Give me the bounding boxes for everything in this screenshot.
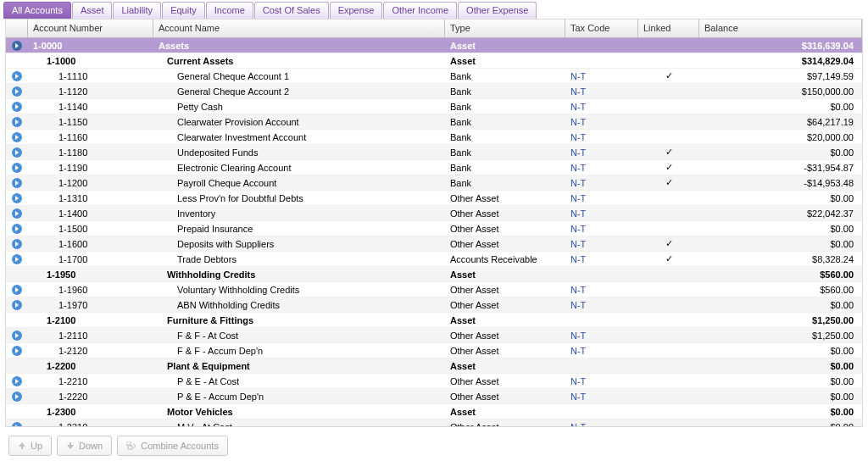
col-account-number[interactable]: Account Number bbox=[28, 19, 153, 37]
cell-number: 1-1180 bbox=[28, 146, 153, 159]
row-arrow-icon[interactable] bbox=[6, 253, 28, 265]
tab-other-expense[interactable]: Other Expense bbox=[458, 2, 537, 19]
table-row[interactable]: 1-1000Current AssetsAsset$314,829.04 bbox=[6, 53, 862, 69]
cell-type: Asset bbox=[445, 39, 565, 53]
cell-number: 1-2220 bbox=[28, 390, 153, 403]
col-balance[interactable]: Balance bbox=[699, 19, 862, 37]
table-row[interactable]: 1-2310M V - At CostOther AssetN-T$0.00 bbox=[6, 419, 862, 426]
row-arrow-icon[interactable] bbox=[6, 391, 28, 403]
cell-tax bbox=[565, 410, 638, 414]
tab-asset[interactable]: Asset bbox=[72, 2, 113, 19]
col-arrow[interactable] bbox=[6, 19, 28, 37]
table-row[interactable]: 1-1200Payroll Cheque AccountBankN-T✓-$14… bbox=[6, 175, 862, 191]
table-row[interactable]: 1-1190Electronic Clearing AccountBankN-T… bbox=[6, 160, 862, 175]
table-row[interactable]: 1-1600Deposits with SuppliersOther Asset… bbox=[6, 236, 862, 252]
up-button[interactable]: Up bbox=[8, 436, 52, 456]
down-label: Down bbox=[79, 441, 103, 451]
tab-expense[interactable]: Expense bbox=[330, 2, 383, 19]
cell-linked: ✓ bbox=[638, 236, 699, 251]
table-row[interactable]: 1-2100Furniture & FittingsAsset$1,250.00 bbox=[6, 313, 862, 328]
row-arrow-icon[interactable] bbox=[6, 162, 28, 174]
cell-number: 1-1500 bbox=[28, 222, 153, 236]
cell-name: F & F - At Cost bbox=[153, 329, 445, 342]
cell-linked bbox=[638, 120, 699, 124]
row-arrow-icon[interactable] bbox=[6, 131, 28, 143]
svg-rect-23 bbox=[128, 446, 132, 449]
table-row[interactable]: 1-2210P & E - At CostOther AssetN-T$0.00 bbox=[6, 374, 862, 389]
table-row[interactable]: 1-1500Prepaid InsuranceOther AssetN-T$0.… bbox=[6, 221, 862, 236]
table-row[interactable]: 1-0000AssetsAsset$316,639.04 bbox=[6, 38, 862, 53]
cell-number: 1-1600 bbox=[28, 237, 153, 251]
table-row[interactable]: 1-1950Withholding CreditsAsset$560.00 bbox=[6, 267, 862, 282]
cell-linked bbox=[638, 227, 699, 230]
table-row[interactable]: 1-1310Less Prov'n for Doubtful DebtsOthe… bbox=[6, 191, 862, 206]
row-arrow-icon[interactable] bbox=[6, 192, 28, 204]
table-row[interactable]: 1-1120General Cheque Account 2BankN-T$15… bbox=[6, 84, 862, 99]
table-row[interactable]: 1-1160Clearwater Investment AccountBankN… bbox=[6, 130, 862, 145]
table-row[interactable]: 1-1180Undeposited FundsBankN-T✓$0.00 bbox=[6, 145, 862, 160]
tab-other-income[interactable]: Other Income bbox=[383, 2, 457, 19]
table-row[interactable]: 1-1110General Cheque Account 1BankN-T✓$9… bbox=[6, 69, 862, 84]
row-arrow-icon[interactable] bbox=[6, 421, 28, 427]
row-arrow-icon[interactable] bbox=[6, 375, 28, 387]
table-row[interactable]: 1-2110F & F - At CostOther AssetN-T$1,25… bbox=[6, 328, 862, 343]
cell-name: F & F - Accum Dep'n bbox=[153, 344, 445, 358]
cell-balance: $560.00 bbox=[699, 283, 862, 297]
col-account-name[interactable]: Account Name bbox=[153, 19, 445, 37]
row-arrow-icon[interactable] bbox=[6, 40, 28, 52]
table-row[interactable]: 1-1700Trade DebtorsAccounts ReceivableN-… bbox=[6, 252, 862, 267]
tab-equity[interactable]: Equity bbox=[162, 2, 205, 19]
table-row[interactable]: 1-1140Petty CashBankN-T$0.00 bbox=[6, 99, 862, 114]
row-arrow-icon[interactable] bbox=[6, 238, 28, 250]
cell-type: Bank bbox=[445, 85, 565, 98]
down-button[interactable]: Down bbox=[57, 436, 112, 456]
grid-body[interactable]: 1-0000AssetsAsset$316,639.041-1000Curren… bbox=[6, 38, 862, 426]
row-arrow-icon[interactable] bbox=[6, 284, 28, 296]
col-tax-code[interactable]: Tax Code bbox=[565, 19, 638, 37]
table-row[interactable]: 1-1400InventoryOther AssetN-T$22,042.37 bbox=[6, 206, 862, 221]
table-row[interactable]: 1-2220P & E - Accum Dep'nOther AssetN-T$… bbox=[6, 389, 862, 404]
cell-number: 1-2200 bbox=[28, 359, 153, 373]
col-linked[interactable]: Linked bbox=[638, 19, 699, 37]
cell-balance: $0.00 bbox=[699, 100, 862, 114]
tab-liability[interactable]: Liability bbox=[113, 2, 161, 19]
cell-number: 1-1970 bbox=[28, 298, 153, 312]
table-row[interactable]: 1-1150Clearwater Provision AccountBankN-… bbox=[6, 114, 862, 130]
row-arrow-icon[interactable] bbox=[6, 345, 28, 357]
row-arrow-icon[interactable] bbox=[6, 299, 28, 311]
row-arrow-icon[interactable] bbox=[6, 70, 28, 82]
row-arrow-icon[interactable] bbox=[6, 147, 28, 158]
cell-number: 1-1190 bbox=[28, 161, 153, 175]
table-row[interactable]: 1-2300Motor VehiclesAsset$0.00 bbox=[6, 404, 862, 419]
cell-type: Bank bbox=[445, 100, 565, 114]
cell-type: Other Asset bbox=[445, 192, 565, 205]
cell-balance: $0.00 bbox=[699, 192, 862, 205]
tab-cost-of-sales[interactable]: Cost Of Sales bbox=[254, 2, 329, 19]
combine-button[interactable]: Combine Accounts bbox=[117, 436, 228, 456]
cell-name: Motor Vehicles bbox=[153, 405, 445, 419]
row-arrow-icon[interactable] bbox=[6, 101, 28, 113]
cell-number: 1-2120 bbox=[28, 344, 153, 358]
row-arrow-icon[interactable] bbox=[6, 86, 28, 97]
table-row[interactable]: 1-1960Voluntary Withholding CreditsOther… bbox=[6, 282, 862, 297]
col-type[interactable]: Type bbox=[445, 19, 565, 37]
cell-type: Other Asset bbox=[445, 329, 565, 342]
row-arrow-icon[interactable] bbox=[6, 223, 28, 235]
row-arrow-icon[interactable] bbox=[6, 330, 28, 342]
table-row[interactable]: 1-1970ABN Withholding CreditsOther Asset… bbox=[6, 297, 862, 313]
cell-linked bbox=[638, 212, 699, 215]
tab-all-accounts[interactable]: All Accounts bbox=[3, 2, 71, 19]
cell-tax: N-T bbox=[565, 253, 638, 266]
svg-rect-22 bbox=[126, 442, 131, 445]
row-arrow-icon[interactable] bbox=[6, 177, 28, 189]
row-arrow-icon[interactable] bbox=[6, 208, 28, 219]
table-row[interactable]: 1-2200Plant & EquipmentAsset$0.00 bbox=[6, 358, 862, 374]
cell-tax: N-T bbox=[565, 420, 638, 427]
cell-balance: -$31,954.87 bbox=[699, 161, 862, 175]
table-row[interactable]: 1-2120F & F - Accum Dep'nOther AssetN-T$… bbox=[6, 343, 862, 358]
cell-tax: N-T bbox=[565, 298, 638, 312]
row-arrow-icon[interactable] bbox=[6, 116, 28, 128]
cell-name: General Cheque Account 1 bbox=[153, 69, 445, 83]
cell-number: 1-1400 bbox=[28, 207, 153, 220]
tab-income[interactable]: Income bbox=[206, 2, 253, 19]
